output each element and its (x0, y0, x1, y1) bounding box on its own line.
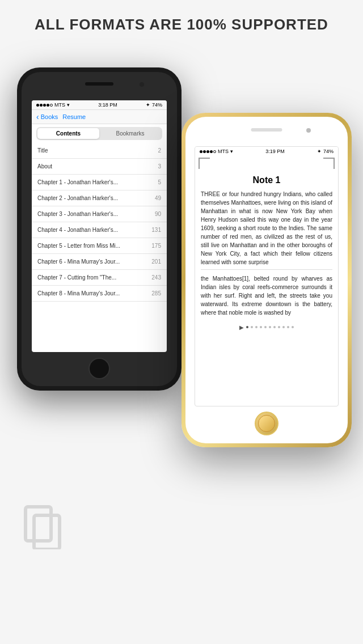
black-home-button[interactable] (88, 358, 110, 379)
gold-home-button[interactable] (255, 412, 278, 435)
tab-contents[interactable]: Contents (37, 128, 99, 139)
corner-top-left (199, 158, 210, 169)
gold-wifi-icon: ▾ (230, 149, 233, 154)
toc-item[interactable]: About3 (32, 159, 167, 175)
gold-carrier: MTS (218, 149, 229, 154)
toc-item[interactable]: Chapter 2 - Jonathan Harker's...49 (32, 190, 167, 206)
prev-page-icon[interactable]: ▶ (239, 324, 244, 331)
gold-time: 3:19 PM (265, 149, 285, 154)
phone-black: MTS ▾ 3:18 PM ✦ 74% ‹ Books Resume (17, 67, 182, 391)
black-wifi-icon: ▾ (67, 102, 70, 108)
phones-container: MTS ▾ 3:18 PM ✦ 74% ‹ Books Resume (0, 45, 363, 566)
toc-item[interactable]: Chapter 8 - Mina Murray's Jour...285 (32, 286, 167, 302)
header: ALL FORMATS ARE 100% SUPPORTED (0, 0, 363, 39)
gold-phone-speaker (251, 128, 282, 132)
black-time: 3:18 PM (98, 102, 117, 108)
gold-battery: 74% (323, 149, 334, 154)
app-logo (23, 504, 68, 549)
page-indicator: ▶ (195, 321, 338, 333)
toc-item[interactable]: Chapter 6 - Mina Murray's Jour...201 (32, 254, 167, 270)
black-battery: 74% (152, 102, 162, 108)
note-divider (201, 269, 332, 270)
black-tab-bar: Contents Bookmarks (36, 127, 162, 140)
black-bluetooth-icon: ✦ (146, 102, 150, 108)
page-title: ALL FORMATS ARE 100% SUPPORTED (11, 16, 352, 33)
gold-top-bar (195, 156, 338, 171)
back-label: Books (41, 113, 58, 120)
black-phone-camera (140, 82, 144, 87)
black-phone-speaker (85, 82, 113, 86)
gold-phone-camera (306, 128, 311, 133)
gold-phone-screen: MTS ▾ 3:19 PM ✦ 74% Note 1 (195, 146, 339, 406)
svg-rect-0 (26, 507, 51, 541)
svg-rect-1 (34, 515, 60, 549)
gold-status-bar: MTS ▾ 3:19 PM ✦ 74% (195, 147, 338, 156)
toc-item[interactable]: Chapter 4 - Jonathan Harker's...131 (32, 222, 167, 238)
black-status-bar: MTS ▾ 3:18 PM ✦ 74% (32, 100, 167, 110)
note-text-1: THREE or four hundred hungry Indians, wh… (201, 190, 332, 266)
gold-note-content: Note 1 THREE or four hundred hungry Indi… (195, 171, 338, 321)
toc-item[interactable]: Title2 (32, 143, 167, 159)
phone-gold: MTS ▾ 3:19 PM ✦ 74% Note 1 (182, 113, 352, 447)
toc-item[interactable]: Chapter 3 - Jonathan Harker's...90 (32, 206, 167, 222)
gold-bluetooth-icon: ✦ (317, 149, 322, 154)
toc-item[interactable]: Chapter 1 - Jonathan Harker's...5 (32, 175, 167, 190)
toc-item[interactable]: Chapter 5 - Letter from Miss Mi...175 (32, 238, 167, 254)
black-phone-screen: MTS ▾ 3:18 PM ✦ 74% ‹ Books Resume (32, 100, 167, 352)
black-nav-bar: ‹ Books Resume (32, 110, 167, 124)
resume-button[interactable]: Resume (62, 113, 86, 120)
corner-top-right (323, 158, 335, 169)
back-button[interactable]: ‹ Books (36, 113, 58, 121)
note-text-2: the Manhattoes[1], belted round by wharv… (201, 274, 332, 317)
toc-item[interactable]: Chapter 7 - Cutting from "The...243 (32, 270, 167, 286)
tab-bookmarks[interactable]: Bookmarks (99, 128, 161, 139)
toc-list: Title2About3Chapter 1 - Jonathan Harker'… (32, 143, 167, 302)
chevron-left-icon: ‹ (36, 113, 39, 121)
note-title: Note 1 (201, 175, 332, 185)
black-carrier: MTS (54, 102, 65, 108)
